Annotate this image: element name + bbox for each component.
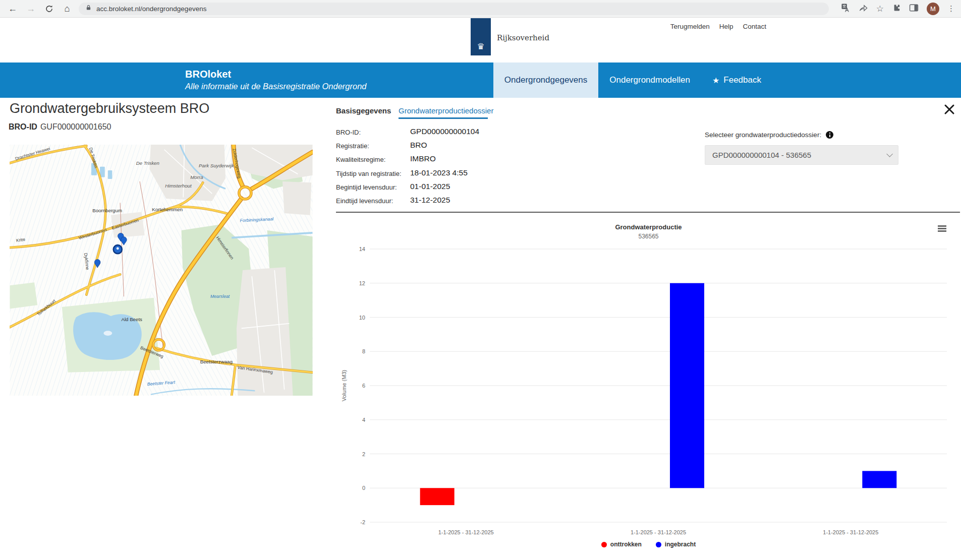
extensions-icon[interactable] [892, 3, 901, 14]
dossier-select-value: GPD000000000104 - 536565 [712, 151, 811, 159]
map-label-place: Himsterhout [165, 183, 192, 189]
home-icon[interactable]: ⌂ [61, 2, 74, 15]
url-text: acc.broloket.nl/ondergrondgegevens [96, 5, 206, 13]
field-value: GPD000000000104 [410, 127, 479, 141]
address-bar[interactable]: acc.broloket.nl/ondergrondgegevens [79, 3, 829, 15]
map-label-place: Ald Beets [121, 317, 142, 322]
x-category-label: 1-1-2025 - 31-12-2025 [438, 529, 494, 535]
map-label-place: Kortehemmen [152, 207, 183, 212]
y-tick-label: -2 [360, 519, 365, 525]
field-row: Eindtijd levensduur: 31-12-2025 [336, 196, 479, 209]
rijksoverheid-logo-text: Rijksoverheid [497, 33, 549, 42]
tab-ondergrondgegevens[interactable]: Ondergrondgegevens [493, 63, 598, 98]
tab-label: Feedback [723, 75, 761, 85]
y-axis-title: Volume (M3) [341, 370, 347, 401]
dossier-fields: BRO-ID: GPD000000000104 Registratie: BRO… [336, 127, 479, 209]
forward-icon[interactable]: → [24, 2, 37, 15]
production-chart: Grondwaterproductie 536565 -202468101214… [336, 214, 961, 560]
chart-legend: onttrokken ingebracht [336, 541, 961, 548]
field-row: BRO-ID: GPD000000000104 [336, 127, 479, 141]
field-label: BRO-ID: [336, 127, 410, 141]
translate-icon[interactable] [841, 3, 851, 15]
back-icon[interactable]: ← [6, 2, 19, 15]
field-label: Begintijd levensduur: [336, 182, 410, 196]
y-tick-label: 2 [362, 451, 365, 457]
header-links: Terugmelden Help Contact [670, 23, 766, 30]
bro-id-label: BRO-ID [9, 122, 37, 131]
location-map[interactable]: Drachtster Heawei De Trisken Zuiderhogew… [10, 145, 313, 396]
panel-divider [336, 212, 960, 213]
legend-item-ingebracht[interactable]: ingebracht [656, 541, 696, 548]
y-tick-label: 8 [362, 348, 365, 354]
chart-plot: -2024681012141-1-2025 - 31-12-20251-1-20… [336, 214, 961, 560]
field-label: Kwaliteitsregime: [336, 154, 410, 168]
legend-marker-onttrokken [601, 542, 607, 547]
profile-avatar[interactable]: M [927, 3, 939, 15]
dossier-select-label: Selecteer grondwaterproductiedossier: [705, 131, 821, 139]
tab-feedback[interactable]: ★ Feedback [701, 63, 772, 98]
active-tab-underline [399, 117, 488, 119]
bookmark-star-icon[interactable]: ☆ [876, 4, 884, 14]
y-tick-label: 10 [359, 315, 365, 321]
rijksoverheid-emblem-icon: ♛ [477, 42, 484, 51]
menu-kebab-icon[interactable]: ⋮ [947, 4, 955, 13]
dossier-select[interactable]: GPD000000000104 - 536565 [705, 145, 898, 165]
y-tick-label: 6 [362, 383, 365, 389]
legend-label: onttrokken [610, 541, 642, 548]
side-panel-icon[interactable] [909, 3, 919, 15]
field-value: 18-01-2023 4:55 [410, 168, 468, 182]
legend-item-onttrokken[interactable]: onttrokken [601, 541, 642, 548]
bar-ingebracht-2[interactable] [862, 471, 896, 488]
y-tick-label: 0 [362, 485, 365, 491]
y-tick-label: 14 [359, 246, 365, 252]
brand-tagline: Alle informatie uit de Basisregistratie … [185, 82, 367, 91]
page-title: Grondwatergebruiksysteem BRO [10, 101, 209, 116]
nav-tabs: Ondergrondgegevens Ondergrondmodellen ★ … [493, 63, 772, 98]
x-category-label: 1-1-2025 - 31-12-2025 [823, 529, 878, 535]
field-value: IMBRO [410, 154, 436, 168]
field-value: 31-12-2025 [410, 196, 450, 209]
tab-basisgegevens[interactable]: Basisgegevens [336, 106, 391, 115]
bro-id-line: BRO-IDGUF000000001650 [9, 122, 111, 132]
star-icon: ★ [712, 76, 719, 85]
bro-id-value: GUF000000001650 [40, 122, 111, 131]
legend-marker-ingebracht [656, 542, 661, 547]
bar-onttrokken-0[interactable] [420, 488, 455, 505]
share-icon[interactable] [859, 3, 868, 15]
y-tick-label: 12 [359, 280, 365, 286]
dossier-select-label-row: Selecteer grondwaterproductiedossier: [705, 131, 833, 139]
field-value: 01-01-2025 [410, 182, 450, 196]
toolbar-actions: ☆ M ⋮ [841, 3, 955, 15]
map-label-place: Morra [190, 174, 203, 180]
close-icon [942, 102, 956, 116]
brand-block: BROloket Alle informatie uit de Basisreg… [185, 69, 367, 91]
tab-label: Ondergrondmodellen [609, 75, 690, 85]
site-header: ♛ Rijksoverheid Terugmelden Help Contact [0, 18, 961, 63]
legend-label: ingebracht [665, 541, 696, 548]
main-navbar: BROloket Alle informatie uit de Basisreg… [0, 63, 961, 98]
field-row: Kwaliteitsregime: IMBRO [336, 154, 479, 168]
reload-icon[interactable] [42, 2, 55, 15]
tab-label: Ondergrondgegevens [504, 75, 587, 85]
field-row: Registratie: BRO [336, 141, 479, 154]
x-category-label: 1-1-2025 - 31-12-2025 [631, 529, 686, 535]
map-cluster-dot [117, 247, 119, 250]
tab-ondergrondmodellen[interactable]: Ondergrondmodellen [598, 63, 701, 98]
brand-name: BROloket [185, 69, 367, 80]
link-contact[interactable]: Contact [743, 23, 766, 30]
close-panel-button[interactable] [942, 102, 956, 116]
link-terugmelden[interactable]: Terugmelden [670, 23, 710, 30]
link-help[interactable]: Help [719, 23, 733, 30]
info-icon[interactable] [826, 131, 833, 139]
bar-ingebracht-1[interactable] [670, 283, 704, 488]
field-label: Tijdstip van registratie: [336, 168, 410, 182]
browser-toolbar: ← → ⌂ acc.broloket.nl/ondergrondgegevens… [0, 0, 961, 18]
field-row: Tijdstip van registratie: 18-01-2023 4:5… [336, 168, 479, 182]
map-label-water: Mearsleat [210, 294, 230, 299]
map-label-place: De Trisken [136, 160, 159, 166]
map-label-place: Park Suyderwijk [199, 163, 235, 168]
field-row: Begintijd levensduur: 01-01-2025 [336, 182, 479, 196]
field-label: Registratie: [336, 141, 410, 154]
tab-grondwaterproductiedossier[interactable]: Grondwaterproductiedossier [399, 106, 493, 115]
field-label: Eindtijd levensduur: [336, 196, 410, 209]
